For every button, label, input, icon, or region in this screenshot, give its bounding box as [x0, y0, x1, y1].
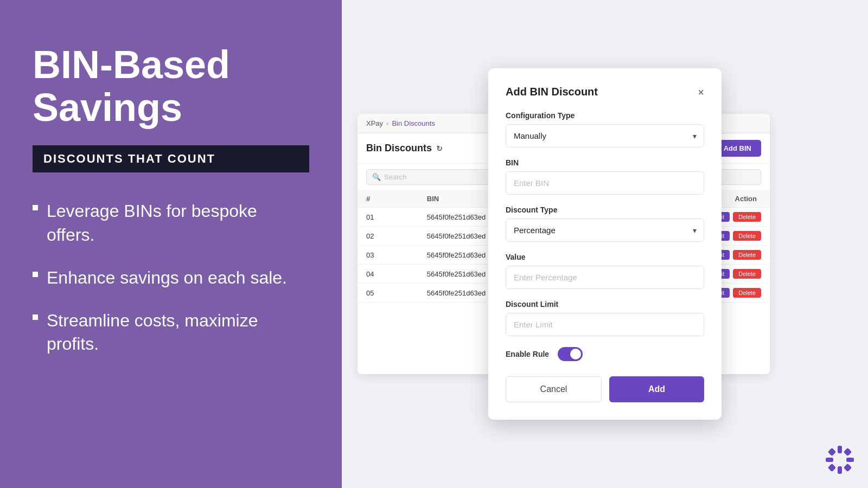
bullet-text-3: Streamline costs, maximize profits.	[47, 309, 309, 356]
bullet-icon	[33, 314, 38, 320]
bin-label: BIN	[506, 158, 704, 167]
title-line2: Savings	[33, 86, 182, 129]
svg-rect-0	[838, 446, 842, 453]
cancel-button[interactable]: Cancel	[506, 376, 602, 402]
configuration-type-label: Configuration Type	[506, 111, 704, 120]
add-button[interactable]: Add	[609, 376, 704, 402]
bin-input[interactable]	[506, 171, 704, 195]
list-item: Leverage BINs for bespoke offers.	[33, 200, 309, 246]
value-group: Value	[506, 253, 704, 289]
modal-header: Add BIN Discount ×	[506, 86, 704, 98]
configuration-type-select[interactable]: Manually Automatically	[506, 124, 704, 147]
bullet-icon	[33, 272, 38, 277]
discount-type-select-wrapper: Percentage Fixed ▾	[506, 219, 704, 242]
svg-rect-3	[846, 458, 854, 462]
discount-limit-label: Discount Limit	[506, 300, 704, 309]
enable-rule-row: Enable Rule	[506, 347, 704, 361]
modal-actions: Cancel Add	[506, 376, 704, 402]
modal-title: Add BIN Discount	[506, 86, 598, 98]
discount-type-label: Discount Type	[506, 206, 704, 214]
bullet-text-1: Leverage BINs for bespoke offers.	[47, 200, 309, 246]
left-panel: BIN-Based Savings DISCOUNTS THAT COUNT L…	[0, 0, 342, 488]
svg-rect-6	[828, 464, 837, 472]
discount-type-group: Discount Type Percentage Fixed ▾	[506, 206, 704, 242]
svg-rect-5	[844, 448, 852, 457]
title-line1: BIN-Based	[33, 43, 230, 86]
discount-limit-group: Discount Limit	[506, 300, 704, 336]
discount-limit-input[interactable]	[506, 313, 704, 336]
toggle-knob	[570, 349, 581, 359]
main-title: BIN-Based Savings	[33, 43, 309, 129]
enable-rule-label: Enable Rule	[506, 350, 549, 358]
enable-rule-toggle[interactable]	[558, 347, 583, 361]
bullet-list: Leverage BINs for bespoke offers. Enhanc…	[33, 200, 309, 356]
logo-mark	[825, 445, 855, 475]
bullet-text-2: Enhance savings on each sale.	[47, 266, 287, 290]
svg-rect-1	[838, 466, 842, 474]
configuration-type-group: Configuration Type Manually Automaticall…	[506, 111, 704, 147]
bullet-icon	[33, 205, 38, 210]
value-label: Value	[506, 253, 704, 261]
list-item: Enhance savings on each sale.	[33, 266, 309, 290]
modal-close-button[interactable]: ×	[698, 87, 704, 98]
right-panel: XPay › Bin Discounts Bin Discounts ↻ Add…	[342, 0, 868, 488]
add-bin-modal: Add BIN Discount × Configuration Type Ma…	[488, 68, 722, 420]
list-item: Streamline costs, maximize profits.	[33, 309, 309, 356]
value-input[interactable]	[506, 266, 704, 289]
discount-type-select[interactable]: Percentage Fixed	[506, 219, 704, 242]
subtitle-badge: DISCOUNTS THAT COUNT	[33, 145, 309, 172]
modal-overlay: Add BIN Discount × Configuration Type Ma…	[342, 0, 868, 488]
configuration-type-select-wrapper: Manually Automatically ▾	[506, 124, 704, 147]
bin-group: BIN	[506, 158, 704, 195]
svg-rect-2	[826, 458, 833, 462]
svg-rect-7	[844, 464, 852, 472]
svg-rect-4	[828, 448, 837, 457]
